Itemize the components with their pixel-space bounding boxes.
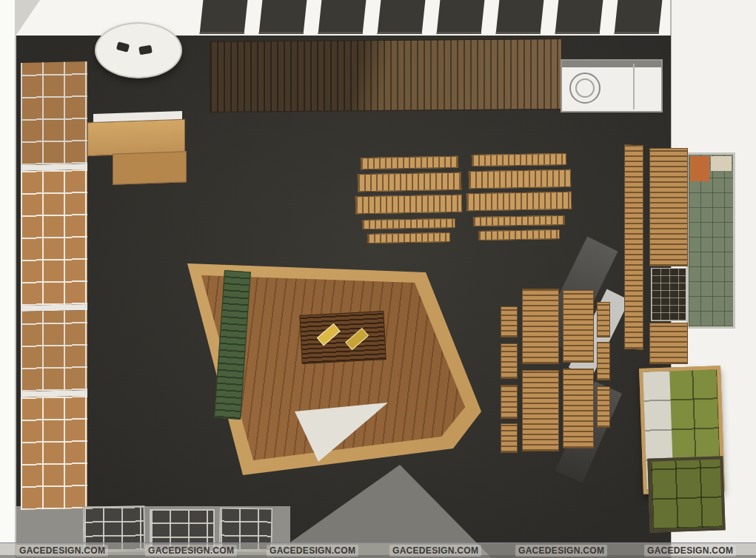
platform-mat [299,311,386,364]
watermark: GACEDESIGN.COM [16,545,108,557]
watermark-bar-edge [0,555,756,558]
ceiling-panel [555,0,603,34]
round-table [95,22,182,78]
slat-bench [362,218,455,229]
poster-light-patch [711,156,732,171]
slat-table [355,195,462,215]
shelf-unit [21,61,87,165]
slat-table-vertical [522,370,559,451]
reception-desk-return [113,151,187,184]
open-book [317,323,341,346]
slat-table-vertical [522,289,559,364]
artwork-poster [686,152,735,329]
slat-table-vertical [501,343,518,379]
watermark: GACEDESIGN.COM [267,545,358,557]
service-counter-edge [562,61,661,67]
shelf-unit [21,310,87,391]
slat-table-vertical [597,386,610,428]
counter-divider [633,64,635,110]
slat-table-vertical [501,423,518,453]
slat-table [469,169,571,189]
ceiling-panel [200,0,248,34]
watermark: GACEDESIGN.COM [644,545,736,557]
slat-bench [361,156,458,169]
slat-shelf-column [624,145,643,350]
ceiling-panel [437,0,485,34]
slat-bench [472,153,566,167]
slat-shelf-grid [651,268,686,321]
slat-bench [478,229,560,241]
slat-table-vertical [501,385,518,419]
chair [116,41,130,53]
ceiling-panel [615,0,663,34]
slat-shelf-wide-bottom [649,323,688,364]
slat-table-vertical [563,290,594,363]
wall-shelving-left [21,61,87,510]
watermark: GACEDESIGN.COM [145,545,237,557]
green-cabinet-lower [647,456,725,532]
slat-table-vertical [501,306,518,337]
slat-table [358,172,461,192]
slat-table [466,192,572,211]
interior-render: GACEDESIGN.COM GACEDESIGN.COM GACEDESIGN… [0,0,756,558]
watermark: GACEDESIGN.COM [389,545,481,557]
slat-bench [473,215,565,226]
poster-orange-patch [690,156,709,181]
slat-table-vertical [597,302,610,337]
service-counter [561,59,663,112]
reception-desk [87,119,185,157]
watermark: GACEDESIGN.COM [515,545,607,557]
ceiling-panel [318,0,367,34]
open-book [345,328,369,350]
left-wall [0,0,16,558]
chair [138,45,153,56]
ceiling-panel [378,0,426,34]
slat-shelf-wide-top [649,148,688,266]
slat-table-vertical [597,342,610,380]
slat-table-vertical [563,369,594,448]
hanging-slat-screen [210,38,562,112]
ceiling-panel [259,0,307,34]
ceiling-panel [496,0,544,34]
basin-circle-inner [575,78,595,98]
slat-bench [367,232,450,243]
shelf-unit [21,169,87,306]
shelf-unit [21,396,87,510]
